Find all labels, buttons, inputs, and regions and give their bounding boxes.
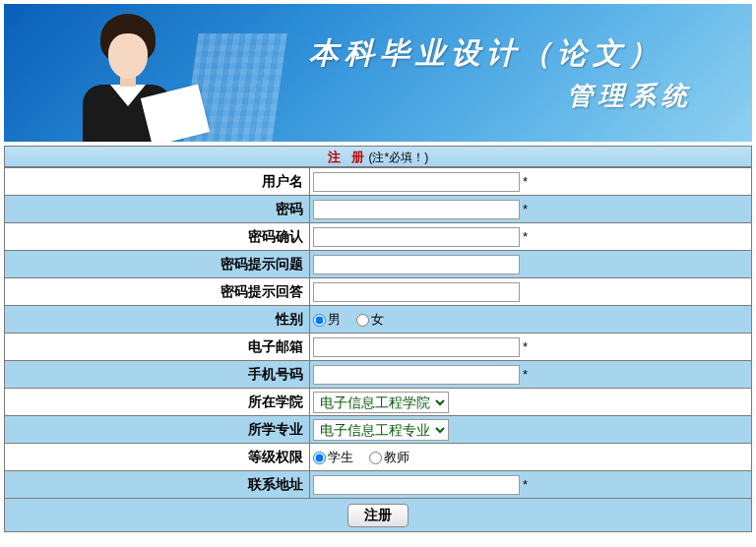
required-mark: * (523, 174, 528, 189)
label-hint-question: 密码提示问题 (5, 251, 310, 278)
username-input[interactable] (313, 172, 520, 192)
banner: 本科毕业设计（论文） 管理系统 (4, 4, 752, 142)
major-select[interactable]: 电子信息工程专业 (313, 419, 449, 441)
label-password: 密码 (5, 196, 310, 223)
label-mobile: 手机号码 (5, 361, 310, 389)
gender-female-option[interactable]: 女 (356, 312, 384, 327)
role-teacher-radio[interactable] (369, 452, 382, 464)
hint-answer-input[interactable] (313, 282, 520, 302)
required-mark: * (523, 367, 528, 382)
register-title: 注 册 (328, 150, 369, 164)
mobile-input[interactable] (313, 365, 520, 385)
password-input[interactable] (313, 200, 520, 219)
register-hint: (注*必填！) (368, 151, 428, 164)
register-form: 用户名 * 密码 * 密码确认 * 密码提示问题 密码提示回答 性别 男 女 (4, 167, 752, 499)
register-button[interactable]: 注册 (347, 504, 409, 527)
label-hint-answer: 密码提示回答 (5, 278, 310, 306)
gender-male-radio[interactable] (313, 314, 326, 327)
password-confirm-input[interactable] (313, 227, 520, 247)
label-major: 所学专业 (5, 416, 310, 444)
required-mark: * (523, 202, 528, 216)
address-input[interactable] (313, 475, 520, 495)
hint-question-input[interactable] (313, 255, 520, 274)
label-college: 所在学院 (5, 389, 310, 416)
label-password-confirm: 密码确认 (5, 223, 310, 251)
role-student-radio[interactable] (313, 452, 326, 464)
label-gender: 性别 (5, 306, 310, 334)
required-mark: * (523, 477, 528, 492)
gender-female-radio[interactable] (356, 314, 369, 327)
banner-title-1: 本科毕业设计（论文） (309, 33, 663, 74)
banner-decor-person (53, 4, 191, 142)
banner-title-2: 管理系统 (567, 79, 693, 113)
role-student-option[interactable]: 学生 (313, 450, 353, 464)
label-username: 用户名 (5, 168, 310, 196)
college-select[interactable]: 电子信息工程学院 (313, 392, 449, 413)
submit-row: 注册 (4, 499, 752, 532)
required-mark: * (523, 229, 528, 244)
label-email: 电子邮箱 (5, 334, 310, 361)
gender-male-option[interactable]: 男 (313, 312, 341, 327)
required-mark: * (523, 339, 528, 354)
label-address: 联系地址 (5, 471, 310, 499)
role-teacher-option[interactable]: 教师 (369, 450, 410, 464)
email-input[interactable] (313, 337, 520, 357)
form-header: 注 册(注*必填！) (4, 146, 752, 167)
label-role: 等级权限 (5, 444, 310, 471)
